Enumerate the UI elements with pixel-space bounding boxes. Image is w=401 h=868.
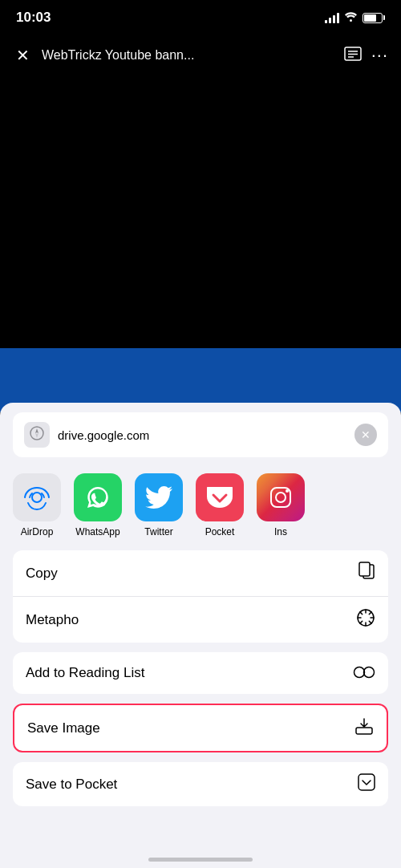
svg-point-0 [350,19,352,22]
svg-point-8 [32,493,42,502]
svg-point-10 [276,493,286,502]
metapho-label: Metapho [26,612,79,628]
action-group-3: Save to Pocket [13,762,388,806]
content-area [0,75,401,412]
wifi-icon [344,11,358,24]
app-item-instagram[interactable]: Ins [257,473,305,537]
reader-icon[interactable] [344,47,362,65]
svg-point-15 [354,667,365,677]
save-image-icon [354,716,374,740]
app-item-airdrop[interactable]: AirDrop [13,473,61,537]
compass-icon [30,426,44,444]
action-group-1: Copy Metapho [13,550,388,643]
save-image-group: Save Image [13,704,388,752]
pocket-label: Pocket [205,526,235,537]
app-item-pocket[interactable]: Pocket [196,473,244,537]
reading-list-label: Add to Reading List [26,665,144,681]
app-item-whatsapp[interactable]: WhatsApp [74,473,122,537]
metapho-icon [356,608,375,631]
status-bar: 10:03 [0,0,401,35]
instagram-label: Ins [274,526,287,537]
browser-nav-bar: ✕ WebTrickz Youtube bann... ··· [0,35,401,75]
copy-action[interactable]: Copy [13,550,388,596]
airdrop-label: AirDrop [21,526,54,537]
status-time: 10:03 [16,10,51,26]
save-pocket-action[interactable]: Save to Pocket [13,762,388,806]
page-title: WebTrickz Youtube bann... [42,48,334,63]
save-image-action[interactable]: Save Image [13,704,388,752]
instagram-icon [257,473,305,521]
svg-point-16 [364,667,375,677]
svg-marker-7 [35,433,38,438]
url-close-button[interactable]: ✕ [354,424,377,446]
copy-label: Copy [26,566,58,582]
signal-icon [325,12,339,23]
close-button[interactable]: ✕ [13,46,32,65]
copy-icon [358,562,375,585]
home-indicator [148,858,253,862]
battery-icon [363,13,385,23]
svg-point-11 [286,489,289,493]
svg-marker-6 [35,428,38,433]
save-image-label: Save Image [27,720,100,736]
url-row: drive.google.com ✕ [13,412,388,457]
save-pocket-label: Save to Pocket [26,777,117,793]
svg-rect-18 [358,774,375,790]
more-options-button[interactable]: ··· [371,45,388,66]
whatsapp-icon [74,473,122,521]
metapho-action[interactable]: Metapho [13,596,388,643]
action-group-2: Add to Reading List [13,652,388,694]
url-favicon [24,422,50,448]
url-display: drive.google.com [58,428,346,442]
save-pocket-icon [358,773,375,795]
twitter-icon [135,473,183,521]
whatsapp-label: WhatsApp [75,526,119,537]
status-icons [325,11,385,24]
app-item-twitter[interactable]: Twitter [135,473,183,537]
reading-list-icon [353,664,375,683]
twitter-label: Twitter [144,526,172,537]
airdrop-icon [13,473,61,521]
share-sheet: drive.google.com ✕ AirDrop [0,403,401,868]
reading-list-action[interactable]: Add to Reading List [13,652,388,694]
pocket-icon [196,473,244,521]
svg-rect-17 [356,728,372,734]
svg-rect-13 [359,562,370,576]
apps-row: AirDrop WhatsApp Twitter [0,467,401,550]
